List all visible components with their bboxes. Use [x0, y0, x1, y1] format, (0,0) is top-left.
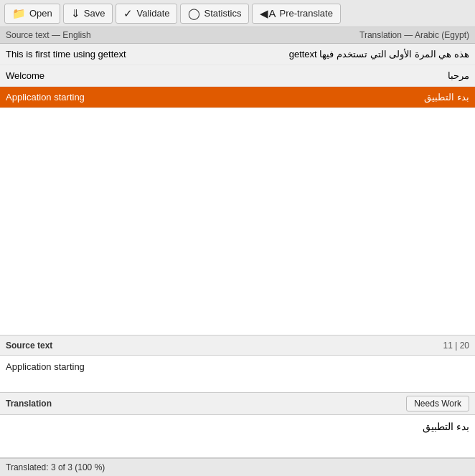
open-button[interactable]: 📁 Open	[4, 4, 60, 24]
source-cell: Application starting	[6, 92, 238, 103]
statistics-icon: ◯	[188, 7, 200, 20]
translation-panel-header: Translation Needs Work	[0, 393, 475, 415]
validate-button[interactable]: ✓ Validate	[116, 4, 177, 24]
source-panel-header: Source text 11 | 20	[0, 335, 475, 356]
translation-text-content[interactable]: بدء التطبيق	[0, 415, 475, 458]
pretranslate-button[interactable]: ◀A Pre-translate	[252, 4, 340, 24]
open-label: Open	[29, 8, 52, 19]
toolbar: 📁 Open ⇓ Save ✓ Validate ◯ Statistics ◀A…	[0, 0, 475, 27]
pretranslate-icon: ◀A	[260, 7, 276, 20]
statistics-button[interactable]: ◯ Statistics	[180, 4, 249, 24]
translation-panel: Translation Needs Work بدء التطبيق	[0, 393, 475, 458]
validate-icon: ✓	[123, 7, 133, 20]
save-icon: ⇓	[71, 7, 80, 20]
save-button[interactable]: ⇓ Save	[63, 4, 113, 24]
source-cell: Welcome	[6, 70, 238, 81]
table-row[interactable]: Welcome مرحبا	[0, 65, 475, 87]
translation-cell: مرحبا	[238, 70, 469, 81]
pretranslate-label: Pre-translate	[280, 8, 333, 19]
validate-label: Validate	[136, 8, 169, 19]
source-column-header: Source text — English	[6, 30, 238, 40]
main-content: Source text — English Translation — Arab…	[0, 27, 475, 476]
save-label: Save	[84, 8, 105, 19]
translation-cell: هذه هي المرة الأولى التي تستخدم فيها get…	[238, 49, 469, 60]
source-text-panel: Source text 11 | 20 Application starting	[0, 335, 475, 393]
source-text-content: Application starting	[0, 356, 475, 393]
table-row[interactable]: This is first time using gettext هذه هي …	[0, 44, 475, 65]
table-row-selected[interactable]: Application starting بدء التطبيق	[0, 87, 475, 108]
source-panel-count: 11 | 20	[443, 341, 469, 351]
empty-area	[0, 108, 475, 335]
translation-panel-label: Translation	[6, 399, 52, 409]
statistics-label: Statistics	[204, 8, 241, 19]
translation-column-header: Translation — Arabic (Egypt)	[238, 30, 469, 40]
status-bar: Translated: 3 of 3 (100 %)	[0, 458, 475, 476]
open-icon: 📁	[12, 7, 26, 20]
source-panel-label: Source text	[6, 341, 52, 351]
table-area: Source text — English Translation — Arab…	[0, 27, 475, 108]
needs-work-button[interactable]: Needs Work	[406, 396, 469, 411]
table-header: Source text — English Translation — Arab…	[0, 27, 475, 44]
translation-cell: بدء التطبيق	[238, 92, 469, 103]
source-cell: This is first time using gettext	[6, 49, 238, 60]
